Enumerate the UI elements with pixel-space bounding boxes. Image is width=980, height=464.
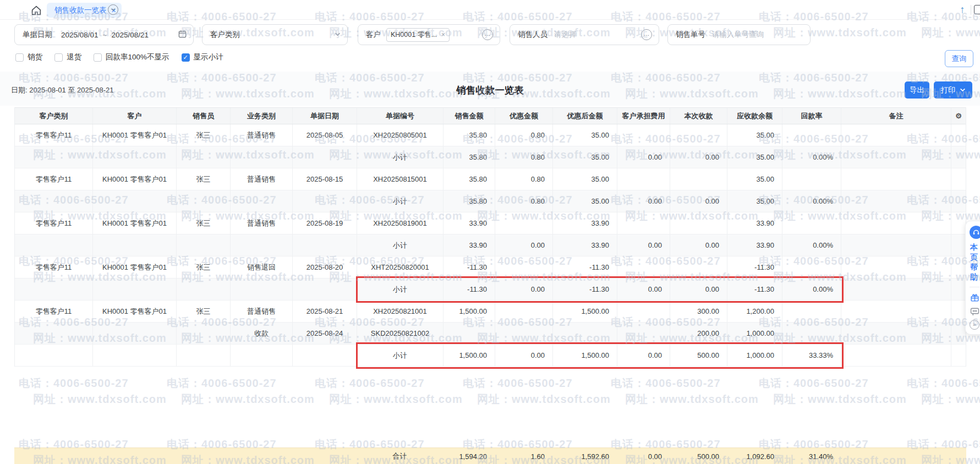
table-cell: 普通销售 xyxy=(231,301,293,323)
salesperson-filter-label: 销售人员 xyxy=(518,30,548,40)
table-cell xyxy=(231,345,293,367)
table-cell: 0.00 xyxy=(495,345,553,367)
tab-label: 销售收款一览表 xyxy=(54,6,107,15)
salesperson-filter[interactable]: 销售人员 请选择 … xyxy=(510,24,659,45)
checkbox-回款率100%不显示[interactable]: 回款率100%不显示 xyxy=(94,52,169,62)
table-row: 收款2025-08-24SKD20250821002200.001,000.00 xyxy=(15,323,966,345)
table-cell xyxy=(670,168,727,190)
checkbox-显示小计[interactable]: ✓显示小计 xyxy=(182,52,223,62)
table-cell: 33.90 xyxy=(727,234,782,256)
table-cell xyxy=(495,323,553,345)
customer-tag-remove-icon[interactable]: × xyxy=(441,31,445,39)
table-cell: 张三 xyxy=(177,212,231,234)
table-cell: 0.80 xyxy=(495,124,553,146)
table-cell: KH0001 零售客户01 xyxy=(93,256,177,279)
customer-category-select[interactable]: 客户类别 xyxy=(202,24,348,45)
order-no-filter-label: 销售单号 xyxy=(676,30,705,40)
help-service-icon[interactable] xyxy=(970,226,980,239)
checkbox-icon[interactable] xyxy=(94,53,102,62)
table-cell xyxy=(670,256,727,279)
table-cell: 零售客户11 xyxy=(15,124,93,146)
help-label-char: 助 xyxy=(970,272,978,282)
total-cell: 1.60 xyxy=(495,448,552,464)
scroll-top-icon[interactable]: ↑ xyxy=(956,3,969,17)
table-cell: 35.00 xyxy=(727,124,782,146)
export-button[interactable]: 导出 xyxy=(905,81,929,99)
table-cell: -11.30 xyxy=(727,256,782,279)
collapse-icon[interactable]: » xyxy=(970,320,979,330)
checkbox-checked-icon[interactable]: ✓ xyxy=(182,53,190,62)
page-title: 销售收款一览表 xyxy=(0,84,980,97)
table-cell xyxy=(177,146,231,168)
order-no-filter[interactable]: 销售单号 请输入单号查询 xyxy=(667,24,811,45)
total-cell xyxy=(230,448,292,464)
calendar-icon[interactable] xyxy=(178,30,187,40)
table-cell: 张三 xyxy=(177,256,231,279)
watermark-text: 电话：4006-6500-27 xyxy=(907,376,980,391)
table-cell: 1,500.00 xyxy=(444,345,495,367)
salesperson-picker-ellipsis-icon[interactable]: … xyxy=(641,29,652,40)
customer-tag[interactable]: KH0001 零售... × xyxy=(386,28,450,42)
table-cell xyxy=(93,146,177,168)
table-cell xyxy=(841,256,951,279)
column-header: 客户承担费用 xyxy=(617,108,670,124)
date-from-value[interactable]: 2025/08/01 xyxy=(61,31,98,39)
feedback-chat-icon[interactable] xyxy=(970,306,980,316)
customer-filter-label: 客户 xyxy=(366,30,381,40)
table-cell xyxy=(15,146,93,168)
table-cell xyxy=(951,212,966,234)
table-cell: 小计 xyxy=(357,190,444,212)
table-cell: 0.00 xyxy=(617,190,670,212)
checkbox-icon[interactable] xyxy=(15,53,24,62)
help-label[interactable]: 本页帮助 xyxy=(970,242,978,282)
table-cell: XHT20250820001 xyxy=(357,256,444,279)
table-cell xyxy=(782,256,841,279)
table-cell: 35.80 xyxy=(444,168,495,190)
table-cell: 0.80 xyxy=(495,146,553,168)
home-icon[interactable] xyxy=(30,4,42,17)
order-no-placeholder: 请输入单号查询 xyxy=(712,30,764,40)
checkbox-icon[interactable] xyxy=(54,53,63,62)
table-cell xyxy=(177,323,231,345)
table-cell xyxy=(782,301,841,323)
table-cell xyxy=(782,323,841,345)
total-cell xyxy=(951,448,965,464)
table-cell xyxy=(841,234,951,256)
watermark-text: 电话：4006-6500-27 xyxy=(463,376,573,391)
customer-tag-label: KH0001 零售... xyxy=(391,30,437,40)
total-cell: 1,092.60 xyxy=(727,448,782,464)
table-cell: 张三 xyxy=(177,168,231,190)
column-header: 应收款余额 xyxy=(727,108,782,124)
column-header: 单据编号 xyxy=(357,108,444,124)
checkbox-退货[interactable]: 退货 xyxy=(54,52,81,62)
table-cell: 张三 xyxy=(177,124,231,146)
table-cell: 0.00% xyxy=(782,234,841,256)
query-button[interactable]: 查询 xyxy=(945,50,973,67)
date-range-filter[interactable]: 单据日期 2025/08/01 ~ 2025/08/21 xyxy=(14,24,194,45)
table-cell xyxy=(293,190,357,212)
table-cell: 普通销售 xyxy=(231,168,293,190)
tab-list-chevron-icon[interactable] xyxy=(108,4,118,15)
table-cell: 2025-08-24 xyxy=(293,323,357,345)
gift-icon[interactable] xyxy=(970,292,980,303)
total-cell xyxy=(92,448,176,464)
table-cell xyxy=(670,212,727,234)
customer-filter[interactable]: 客户 KH0001 零售... × … xyxy=(358,24,500,45)
table-cell xyxy=(782,124,841,146)
watermark-text: 网址：www.tdxsoft.com xyxy=(477,392,611,407)
table-cell: -11.30 xyxy=(727,279,782,301)
date-to-value[interactable]: 2025/08/21 xyxy=(111,31,149,39)
print-button[interactable]: 打印 xyxy=(934,81,972,99)
table-header-row: 客户类别客户销售员业务类别单据日期单据编号销售金额优惠金额优惠后金额客户承担费用… xyxy=(15,107,966,124)
table-cell xyxy=(951,323,966,345)
fullscreen-icon[interactable] xyxy=(974,5,980,14)
checkbox-销货[interactable]: 销货 xyxy=(15,52,42,62)
date-tilde: ~ xyxy=(103,31,107,39)
watermark-text: 电话：4006-6500-27 xyxy=(167,376,277,391)
table-row: 零售客户11KH0001 零售客户01张三销售退回2025-08-20XHT20… xyxy=(15,256,966,279)
table-cell: 0.00 xyxy=(670,190,727,212)
table-cell xyxy=(617,212,670,234)
column-settings-gear-icon[interactable]: ⚙ xyxy=(951,108,966,124)
help-label-char: 页 xyxy=(970,252,978,262)
customer-picker-ellipsis-icon[interactable]: … xyxy=(482,29,493,40)
